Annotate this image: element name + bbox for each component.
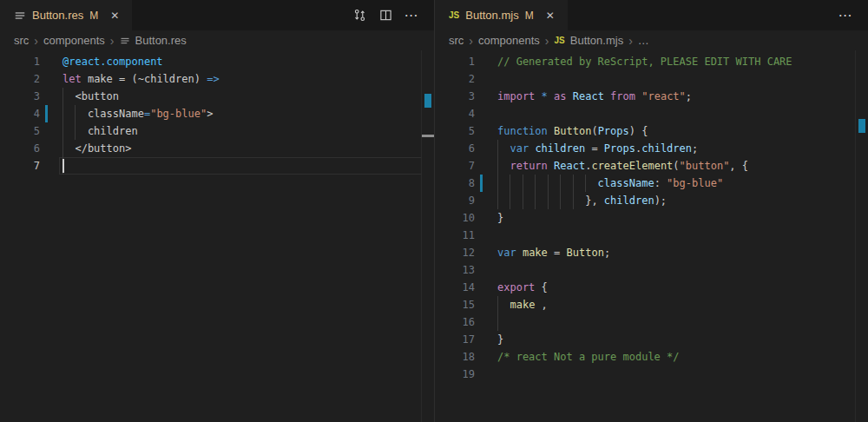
code-line-text: @react.component <box>62 53 434 70</box>
code-editor-right[interactable]: 1// Generated by ReScript, PLEASE EDIT W… <box>435 50 868 422</box>
code-line[interactable]: 4 <box>435 105 868 122</box>
code-line[interactable]: 5function Button(Props) { <box>435 122 868 140</box>
line-number: 12 <box>435 244 475 261</box>
code-line-text: export { <box>497 279 868 296</box>
overview-ruler <box>855 50 856 422</box>
code-line-text: }, children); <box>497 192 868 209</box>
line-number: 6 <box>435 140 475 157</box>
line-number: 11 <box>435 227 475 244</box>
line-number: 7 <box>435 157 475 175</box>
code-line[interactable]: 14export { <box>435 279 868 296</box>
code-line-text <box>497 261 868 279</box>
indent-guide <box>585 175 586 192</box>
code-line[interactable]: 18/* react Not a pure module */ <box>435 348 868 366</box>
code-line-text: make , <box>497 296 868 313</box>
code-line[interactable]: 8 className: "bg-blue" <box>435 175 868 192</box>
close-icon[interactable]: ✕ <box>106 7 123 24</box>
code-line-text: return React.createElement("button", { <box>497 157 868 175</box>
code-line-text: className="bg-blue"> <box>62 105 434 122</box>
split-editor-icon[interactable] <box>377 7 394 24</box>
code-line[interactable]: 6 </button> <box>0 140 434 157</box>
line-number: 2 <box>435 70 475 88</box>
code-line-text <box>497 227 868 244</box>
res-file-icon <box>14 10 26 22</box>
code-line-text <box>62 157 434 175</box>
more-actions-icon[interactable]: ⋯ <box>403 7 420 24</box>
indent-guide <box>523 192 523 209</box>
line-number: 4 <box>435 105 475 122</box>
editor-group-left: Button.res M ✕ ⋯ sr <box>0 0 434 422</box>
line-number: 3 <box>435 88 475 105</box>
indent-guide <box>75 105 76 122</box>
line-number: 1 <box>435 53 475 70</box>
code-line[interactable]: 3 <button <box>0 88 434 105</box>
code-line[interactable]: 11 <box>435 227 868 244</box>
line-number: 17 <box>435 331 475 348</box>
line-number: 9 <box>435 192 475 209</box>
code-line[interactable]: 7 <box>0 157 434 175</box>
breadcrumb-right: src › components › JS Button.mjs › … <box>435 30 868 50</box>
indent-guide <box>62 122 63 140</box>
tab-button-mjs[interactable]: JS Button.mjs M ✕ <box>435 0 568 30</box>
breadcrumb-item-components[interactable]: components <box>478 34 540 47</box>
breadcrumb-item-components[interactable]: components <box>43 34 105 47</box>
open-changes-icon[interactable] <box>351 7 368 24</box>
more-actions-icon[interactable]: ⋯ <box>837 7 854 24</box>
code-line[interactable]: 5 children <box>0 122 434 140</box>
breadcrumb-item-src[interactable]: src <box>14 34 29 47</box>
chevron-right-icon: › <box>34 35 38 47</box>
git-modified-gutter-marker <box>45 105 48 122</box>
close-icon[interactable]: ✕ <box>542 7 559 24</box>
js-file-icon: JS <box>555 36 565 45</box>
code-line-text: } <box>497 209 868 227</box>
breadcrumb-item-file[interactable]: Button.mjs <box>570 34 623 47</box>
ruler-modified-marker <box>858 119 865 133</box>
code-line-text: } <box>497 331 868 348</box>
code-line[interactable]: 1// Generated by ReScript, PLEASE EDIT W… <box>435 53 868 70</box>
code-line[interactable]: 2let make = (~children) => <box>0 70 434 88</box>
indent-guide <box>573 192 574 209</box>
res-file-icon <box>120 36 130 46</box>
code-line[interactable]: 9 }, children); <box>435 192 868 209</box>
indent-guide <box>497 140 498 157</box>
modified-badge: M <box>89 10 98 22</box>
tab-bar-left: Button.res M ✕ ⋯ <box>0 0 434 30</box>
code-line[interactable]: 1@react.component <box>0 53 434 70</box>
code-line[interactable]: 17} <box>435 331 868 348</box>
indent-guide <box>535 192 536 209</box>
code-editor-left[interactable]: 1@react.component2let make = (~children)… <box>0 50 434 422</box>
indent-guide <box>560 192 561 209</box>
breadcrumb-item-src[interactable]: src <box>449 34 464 47</box>
line-number: 8 <box>435 175 475 192</box>
code-line[interactable]: 3import * as React from "react"; <box>435 88 868 105</box>
tab-button-res[interactable]: Button.res M ✕ <box>0 0 132 30</box>
indent-guide <box>62 88 63 105</box>
line-number: 2 <box>0 70 40 88</box>
chevron-right-icon: › <box>628 35 633 47</box>
code-line[interactable]: 15 make , <box>435 296 868 313</box>
breadcrumb-item-symbol[interactable]: … <box>638 34 649 47</box>
code-line[interactable]: 13 <box>435 261 868 279</box>
line-number: 1 <box>0 53 40 70</box>
code-line[interactable]: 12var make = Button; <box>435 244 868 261</box>
code-line[interactable]: 19 <box>435 366 868 383</box>
code-line[interactable]: 10} <box>435 209 868 227</box>
breadcrumb-item-file[interactable]: Button.res <box>135 34 187 47</box>
code-line-text <box>497 313 868 331</box>
line-number: 14 <box>435 279 475 296</box>
line-number: 5 <box>0 122 40 140</box>
indent-guide <box>497 313 498 331</box>
line-number: 13 <box>435 261 475 279</box>
code-line[interactable]: 6 var children = Props.children; <box>435 140 868 157</box>
line-number: 16 <box>435 313 475 331</box>
code-line[interactable]: 2 <box>435 70 868 88</box>
line-number: 15 <box>435 296 475 313</box>
code-line[interactable]: 7 return React.createElement("button", { <box>435 157 868 175</box>
code-line[interactable]: 4 className="bg-blue"> <box>0 105 434 122</box>
code-line[interactable]: 16 <box>435 313 868 331</box>
code-line-text: import * as React from "react"; <box>497 88 868 105</box>
line-number: 7 <box>0 157 40 175</box>
line-number: 19 <box>435 366 475 383</box>
ruler-modified-marker <box>424 94 431 108</box>
modified-badge: M <box>525 10 534 22</box>
